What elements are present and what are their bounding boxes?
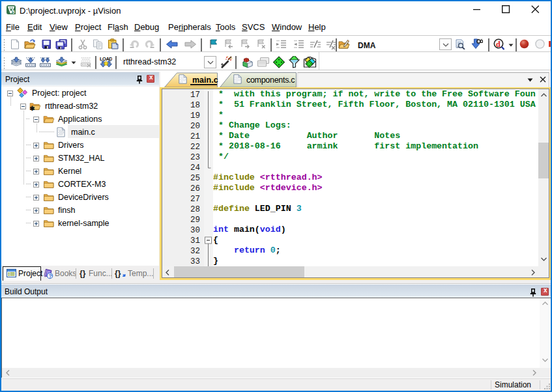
svg-text:?: ? xyxy=(49,273,52,279)
svg-text:d: d xyxy=(496,40,501,49)
svg-text:5: 5 xyxy=(12,10,15,14)
svg-text:✱: ✱ xyxy=(29,105,35,111)
